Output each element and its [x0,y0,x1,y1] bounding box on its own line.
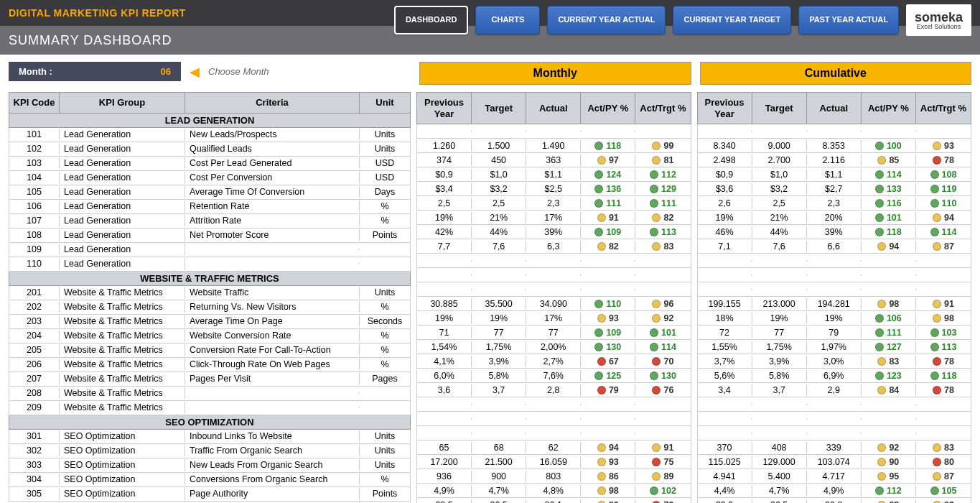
kpi-criteria [185,407,360,408]
data-row: $0,9 $1,0 $1,1 124112 [416,167,691,182]
status-dot-icon [650,486,658,495]
status-cell: 89 [635,471,690,482]
kpi-unit: % [360,330,410,341]
status-cell: 103 [916,327,971,338]
status-cell: 97 [581,154,635,166]
status-dot-icon [877,242,886,251]
data-row: $0,9 $1,0 $1,1 114108 [697,167,972,182]
kpi-code: 105 [9,186,60,198]
status-cell: 109 [581,327,635,338]
monthly-panel: Previous Year Target Actual Act/PY % Act… [416,92,691,503]
kpi-group: SEO Optimization [60,430,185,442]
kpi-code: 209 [9,402,60,413]
kpi-row: 102 Lead Generation Qualified Leads Unit… [9,142,411,157]
status-cell: 87 [916,471,971,482]
status-cell: 86 [581,471,635,482]
status-dot-icon [652,213,661,222]
status-cell: 98 [916,313,971,324]
subtitle: SUMMARY DASHBOARD [9,33,172,48]
kpi-code: 109 [9,244,60,255]
kpi-unit [360,263,410,264]
status-cell: 87 [916,241,971,252]
kpi-unit: Seconds [360,315,410,327]
status-cell: 94 [581,442,635,453]
status-dot-icon [930,372,939,380]
dashboard-button[interactable]: DASHBOARD [394,6,469,34]
kpi-row: 304 SEO Optimization Conversions From Or… [9,473,411,487]
status-dot-icon [933,314,941,323]
status-dot-icon [930,185,939,193]
data-row: 2,6 2,5 2,3 116110 [697,196,972,211]
status-dot-icon [594,199,603,208]
kpi-code: 204 [9,330,60,341]
status-dot-icon [877,386,886,394]
status-dot-icon [597,357,606,366]
status-cell: 114 [635,341,690,353]
spacer-row [697,124,972,139]
status-dot-icon [877,443,886,452]
status-cell: 110 [581,298,635,310]
kpi-group: Lead Generation [60,229,185,241]
status-cell: 92 [862,442,916,453]
kpi-group: Website & Traffic Metrics [60,330,185,341]
arrow-left-icon: ◀ [190,64,200,80]
kpi-code: 303 [9,459,60,471]
data-row: 936 900 803 8689 [416,469,691,484]
cumulative-panel: Previous Year Target Actual Act/PY % Act… [697,92,972,503]
data-row: 46% 44% 39% 118114 [697,225,972,239]
kpi-unit: Units [360,129,410,140]
kpi-criteria: Traffic From Organic Search [185,445,360,456]
status-dot-icon [597,386,606,394]
status-dot-icon [933,472,941,481]
status-cell: 67 [581,356,635,367]
status-dot-icon [650,343,658,351]
kpi-code: 301 [9,430,60,442]
data-row: $3,6 $3,2 $2,7 133119 [697,182,972,196]
kpi-criteria: New Leads From Organic Search [185,459,360,471]
py-actual-button[interactable]: PAST YEAR ACTUAL [798,6,899,34]
status-dot-icon [597,458,606,466]
status-cell: 102 [635,485,690,497]
data-row: 7,7 7,6 6,3 8283 [416,239,691,254]
data-row: 5,6% 5,8% 6,9% 123118 [697,369,972,383]
charts-button[interactable]: CHARTS [475,6,540,34]
kpi-code: 107 [9,215,60,226]
status-dot-icon [650,170,658,179]
status-dot-icon [877,472,886,481]
status-cell: 72 [635,499,690,503]
status-cell: 130 [635,370,690,382]
status-dot-icon [594,328,603,337]
data-row [416,397,691,412]
kpi-row: 301 SEO Optimization Inbound Links To We… [9,430,411,444]
data-row: 42% 44% 39% 109113 [416,225,691,239]
status-cell: 91 [635,442,690,453]
nav-bar: DASHBOARD CHARTS CURRENT YEAR ACTUAL CUR… [394,4,971,36]
status-cell: 88 [862,499,916,503]
main-grid: KPI Code KPI Group Criteria Unit LEAD GE… [0,92,980,503]
kpi-unit: % [360,344,410,356]
kpi-criteria: New Leads/Prospects [185,129,360,140]
status-dot-icon [652,458,661,466]
status-dot-icon [875,213,884,222]
status-cell: 101 [862,212,916,223]
status-dot-icon [933,213,941,222]
month-selector[interactable]: Month : 06 [9,62,181,81]
cumulative-column-headers: Previous Year Target Actual Act/PY % Act… [697,92,972,124]
kpi-code: 304 [9,474,60,485]
kpi-unit: Pages [360,373,410,384]
data-row: 6,0% 5,8% 7,6% 125130 [416,369,691,383]
data-row: 4,1% 3,9% 2,7% 6770 [416,354,691,369]
data-row: 1,55% 1,75% 1,97% 127113 [697,340,972,354]
kpi-criteria [185,249,360,250]
kpi-row: 209 Website & Traffic Metrics [9,401,411,415]
kpi-unit: Units [360,287,410,298]
data-row: 19% 19% 17% 9392 [416,311,691,326]
cy-target-button[interactable]: CURRENT YEAR TARGET [673,6,791,34]
cy-actual-button[interactable]: CURRENT YEAR ACTUAL [547,6,666,34]
status-dot-icon [930,170,939,179]
report-title: DIGITAL MARKETING KPI REPORT [9,7,186,19]
kpi-code: 305 [9,488,60,499]
logo: someka Excel Solutions [906,4,971,36]
kpi-row: 305 SEO Optimization Page Authority Poin… [9,487,411,502]
status-cell: 111 [635,198,690,209]
